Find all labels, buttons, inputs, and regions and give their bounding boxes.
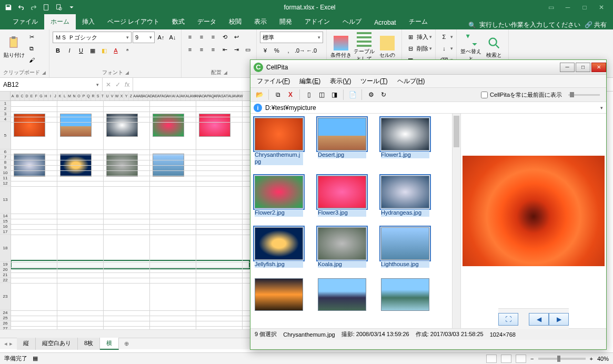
row-header[interactable]: 4 — [0, 117, 11, 122]
fill-color-icon[interactable]: ◧ — [99, 45, 109, 56]
cp-settings-icon[interactable]: ⚙ — [365, 89, 377, 100]
bold-icon[interactable]: B — [53, 45, 63, 56]
cp-layout2-icon[interactable]: ◫ — [316, 89, 327, 100]
cp-open-folder-icon[interactable]: 📂 — [254, 89, 265, 100]
cp-path-text[interactable]: D:¥test¥mypicture — [265, 104, 316, 112]
ribbon-options-icon[interactable]: ▭ — [546, 2, 556, 13]
cp-copy-icon[interactable]: ⧉ — [272, 89, 284, 100]
indent-dec-icon[interactable]: ⇤ — [219, 44, 230, 55]
align-left-icon[interactable]: ≡ — [185, 44, 195, 55]
cancel-fx-icon[interactable]: ✕ — [106, 81, 111, 88]
ribbon-tab-7[interactable]: 表示 — [248, 14, 273, 29]
qat-more-icon[interactable] — [65, 1, 78, 14]
normal-view-icon[interactable] — [486, 355, 497, 363]
dialog-launcher-icon[interactable]: ◢ — [42, 70, 46, 75]
cp-prev-button[interactable]: ◀ — [529, 313, 549, 326]
col-header[interactable]: C — [20, 92, 25, 100]
cp-menu-help[interactable]: ヘルプ(H) — [397, 77, 425, 86]
sheet-tab[interactable]: 8枚 — [78, 338, 100, 350]
cp-menu-view[interactable]: 表示(V) — [330, 77, 351, 86]
col-header[interactable]: J — [53, 92, 58, 100]
row-header[interactable]: 26 — [0, 321, 11, 326]
row-header[interactable]: 20 — [0, 267, 11, 272]
col-header[interactable]: A — [11, 92, 15, 100]
col-header[interactable]: T — [101, 92, 105, 100]
insert-cells-icon[interactable]: ⊞ — [405, 32, 416, 42]
cp-layout1-icon[interactable]: ▯ — [303, 89, 315, 100]
fx-icon[interactable]: fx — [125, 81, 129, 88]
format-painter-icon[interactable]: 🖌 — [26, 55, 37, 65]
cp-always-top-checkbox[interactable] — [481, 92, 488, 98]
col-header[interactable]: D — [25, 92, 29, 100]
row-header[interactable]: 22 — [0, 278, 11, 283]
col-header[interactable]: S — [96, 92, 101, 100]
merge-icon[interactable]: ▭ — [243, 44, 253, 55]
col-header[interactable]: M — [67, 92, 72, 100]
row-header[interactable]: 11 — [0, 176, 11, 181]
fill-icon[interactable]: ↓ — [439, 43, 449, 54]
ribbon-tab-3[interactable]: ページ レイアウト — [101, 14, 166, 29]
cp-thumbnail-item[interactable]: Flower2.jpg — [255, 176, 303, 216]
col-header[interactable]: L — [63, 92, 67, 100]
indent-inc-icon[interactable]: ⇥ — [231, 44, 242, 55]
row-header[interactable]: 7 — [0, 155, 11, 160]
ribbon-tab-4[interactable]: 数式 — [166, 14, 191, 29]
sheet-tab[interactable]: 縦空白あり — [36, 338, 78, 350]
print-preview-icon[interactable] — [53, 1, 65, 14]
sheet-tab[interactable]: 横 — [100, 338, 119, 350]
zoom-out-icon[interactable]: − — [530, 356, 534, 362]
cp-thumbnail-item[interactable] — [255, 278, 303, 312]
row-header[interactable]: 5 — [0, 122, 11, 149]
row-header[interactable]: 2 — [0, 106, 11, 112]
row-header[interactable]: 12 — [0, 181, 11, 186]
page-break-view-icon[interactable] — [516, 355, 526, 363]
shrink-font-icon[interactable]: A↓ — [167, 32, 178, 43]
close-icon[interactable]: ✕ — [596, 2, 607, 13]
zoom-in-icon[interactable]: + — [590, 356, 593, 362]
cellpita-thumbnail-list[interactable]: Chrysanthemum.jpgDesert.jpgFlower1.jpgFl… — [250, 114, 453, 328]
col-header[interactable]: P — [82, 92, 86, 100]
ribbon-tab-6[interactable]: 校閲 — [223, 14, 248, 29]
new-icon[interactable] — [40, 1, 53, 14]
cp-maximize-icon[interactable]: □ — [576, 63, 590, 72]
col-header[interactable]: W — [115, 92, 119, 100]
cp-thumbnail-item[interactable]: Chrysanthemum.jpg — [255, 118, 303, 165]
cp-thumbnail-item[interactable]: Desert.jpg — [318, 118, 366, 165]
format-table-button[interactable]: テーブルとして — [353, 32, 375, 63]
enter-fx-icon[interactable]: ✓ — [115, 81, 120, 88]
col-header[interactable]: K — [58, 92, 63, 100]
cp-path-dropdown-icon[interactable]: ▾ — [600, 105, 603, 110]
cp-menu-tool[interactable]: ツール(T) — [360, 77, 387, 86]
page-layout-view-icon[interactable] — [501, 355, 511, 363]
ribbon-tab-1[interactable]: ホーム — [44, 14, 76, 29]
cp-fullscreen-icon[interactable]: ⛶ — [498, 313, 518, 326]
row-header[interactable]: 13 — [0, 186, 11, 214]
ribbon-tab-8[interactable]: 開発 — [273, 14, 298, 29]
row-header[interactable]: 25 — [0, 316, 11, 321]
ribbon-tab-12[interactable]: チーム — [403, 14, 434, 29]
currency-icon[interactable]: ¥ — [260, 45, 270, 56]
font-name-combo[interactable]: ＭＳ Ｐゴシック▾ — [53, 32, 132, 43]
cp-minimize-icon[interactable]: ─ — [560, 63, 575, 72]
row-header[interactable]: 16 — [0, 224, 11, 229]
col-header[interactable]: AW — [238, 92, 243, 100]
row-header[interactable]: 21 — [0, 272, 11, 278]
sheet-nav-next-icon[interactable]: ▸ — [9, 340, 13, 347]
row-header[interactable]: 17 — [0, 229, 11, 235]
comma-icon[interactable]: , — [283, 45, 294, 56]
paste-button[interactable]: 貼り付け — [3, 32, 25, 63]
dialog-launcher-icon[interactable]: ◢ — [125, 70, 129, 75]
col-header[interactable]: B — [15, 92, 20, 100]
font-size-combo[interactable]: 9▾ — [133, 32, 155, 43]
align-center-icon[interactable]: ≡ — [196, 44, 207, 55]
col-header[interactable]: H — [44, 92, 48, 100]
orientation-icon[interactable]: ⟲ — [219, 32, 230, 42]
ribbon-tab-2[interactable]: 挿入 — [76, 14, 101, 29]
phonetic-icon[interactable]: ᵃ — [122, 45, 133, 56]
cp-layout3-icon[interactable]: ◨ — [328, 89, 340, 100]
cp-close-icon[interactable]: ✕ — [591, 63, 606, 72]
wrap-icon[interactable]: ↩ — [231, 32, 242, 42]
cp-pdf-icon[interactable]: 📄 — [347, 89, 358, 100]
cp-menu-file[interactable]: ファイル(F) — [257, 77, 290, 86]
border-icon[interactable]: ▦ — [87, 45, 98, 56]
